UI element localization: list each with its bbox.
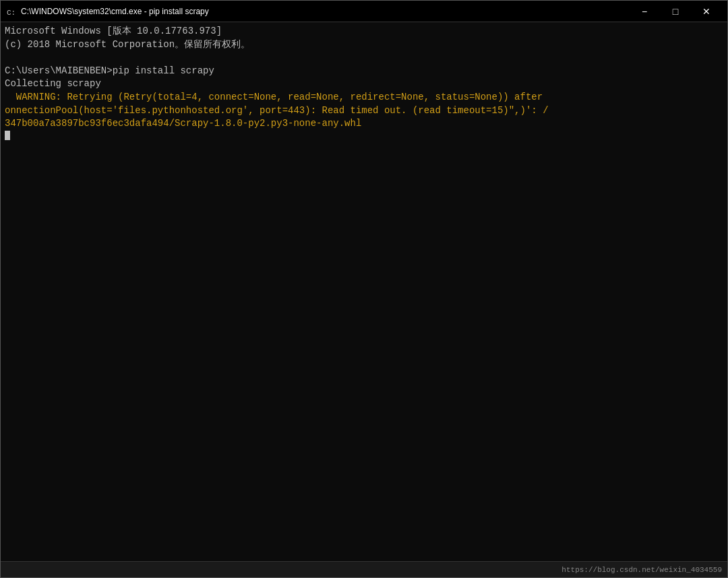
- terminal-line-8: 347b00a7a3897bc93f6ec3dafa494/Scrapy-1.8…: [5, 117, 723, 131]
- terminal-line-4: C:\Users\MAIBENBEN>pip install scrapy: [5, 65, 723, 78]
- maximize-button[interactable]: □: [660, 1, 691, 22]
- terminal-cursor: [5, 131, 10, 140]
- cmd-icon: C:: [6, 6, 17, 17]
- terminal-line-3: [5, 51, 723, 65]
- window-title: C:\WINDOWS\system32\cmd.exe - pip instal…: [21, 7, 629, 16]
- terminal-line-1: Microsoft Windows [版本 10.0.17763.973]: [5, 25, 723, 38]
- terminal-line-5: Collecting scrapy: [5, 77, 723, 91]
- taskbar: https://blog.csdn.net/weixin_4034559: [1, 561, 727, 577]
- cmd-window: C: C:\WINDOWS\system32\cmd.exe - pip ins…: [0, 0, 728, 578]
- minimize-button[interactable]: −: [629, 1, 660, 22]
- close-button[interactable]: ✕: [691, 1, 722, 22]
- cursor-line: [5, 131, 723, 140]
- terminal-line-2: (c) 2018 Microsoft Corporation。保留所有权利。: [5, 38, 723, 52]
- terminal-line-6: WARNING: Retrying (Retry(total=4, connec…: [5, 91, 723, 104]
- terminal-body[interactable]: Microsoft Windows [版本 10.0.17763.973] (c…: [1, 22, 727, 561]
- titlebar: C: C:\WINDOWS\system32\cmd.exe - pip ins…: [1, 1, 727, 22]
- window-controls: − □ ✕: [629, 1, 722, 22]
- taskbar-url: https://blog.csdn.net/weixin_4034559: [562, 566, 722, 574]
- svg-text:C:: C:: [7, 9, 16, 17]
- terminal-line-7: onnectionPool(host='files.pythonhosted.o…: [5, 104, 723, 118]
